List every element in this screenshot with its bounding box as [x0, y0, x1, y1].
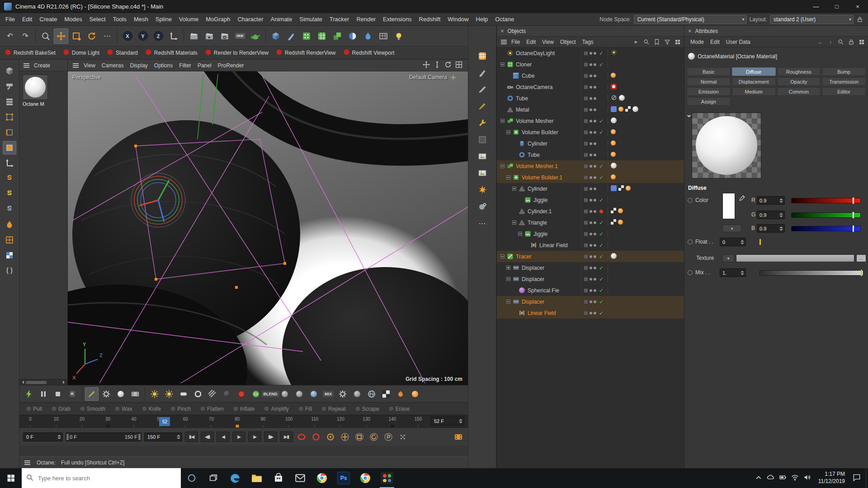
menu-tracker[interactable]: Tracker	[326, 13, 353, 26]
enable-toggle-icon[interactable]	[598, 129, 605, 136]
live-selection-icon[interactable]	[38, 28, 53, 44]
tree-row[interactable]: Triangle	[497, 217, 684, 228]
menu-tools[interactable]: Tools	[109, 13, 130, 26]
enable-toggle-icon[interactable]	[598, 242, 605, 249]
editor-visibility-dot[interactable]	[590, 142, 592, 145]
store-app-icon[interactable]	[268, 468, 289, 488]
record-rotation-icon[interactable]	[368, 431, 380, 443]
shelf-redshift-materials[interactable]: Redshift Materials	[145, 49, 198, 57]
tree-row[interactable]: OctaneCamera	[497, 81, 684, 93]
volume-builder-icon[interactable]	[330, 28, 344, 44]
tab-bump[interactable]: Bump	[822, 67, 866, 76]
layout-select[interactable]: standard 2 (User)▾	[770, 15, 854, 24]
knife-icon[interactable]	[475, 83, 490, 96]
irr-badge[interactable]: IRR	[233, 28, 247, 44]
tab-medium[interactable]: Medium	[732, 87, 776, 96]
g-slider[interactable]	[791, 212, 861, 218]
sculpt-grab[interactable]: Grab	[52, 406, 71, 412]
editor-visibility-dot[interactable]	[590, 233, 592, 235]
layer-box[interactable]	[584, 85, 588, 89]
goto-end-button[interactable]: ▶▮	[280, 432, 293, 442]
tree-row[interactable]: Cylinder.1	[497, 206, 684, 217]
model-mode-icon[interactable]	[3, 80, 16, 93]
render-visibility-dot[interactable]	[594, 233, 596, 235]
globe-icon[interactable]	[365, 387, 378, 401]
layer-box[interactable]	[584, 232, 588, 236]
menu-octane[interactable]: Octane	[491, 13, 518, 26]
rotate-tool-icon[interactable]	[85, 28, 99, 44]
tree-row[interactable]: Cylinder	[497, 183, 684, 194]
layer-box[interactable]	[584, 51, 588, 56]
tree-row[interactable]: Displacer	[497, 273, 684, 285]
record-pla-icon[interactable]	[397, 431, 409, 443]
checker-flag-icon[interactable]	[379, 387, 393, 401]
minimize-button[interactable]: —	[806, 0, 826, 13]
render-visibility-dot[interactable]	[594, 63, 596, 66]
editor-visibility-dot[interactable]	[590, 86, 592, 89]
battery-icon[interactable]	[779, 474, 787, 483]
tree-row[interactable]: Cloner	[497, 59, 684, 70]
expander-icon[interactable]	[512, 187, 516, 191]
forbid-tag-icon[interactable]	[611, 94, 617, 102]
editor-visibility-dot[interactable]	[590, 108, 592, 111]
bracket-tool-icon[interactable]	[3, 264, 16, 277]
next-frame-button[interactable]: ▶	[248, 432, 261, 442]
enable-toggle-icon[interactable]	[598, 231, 605, 237]
paint-brush-icon[interactable]	[85, 387, 99, 401]
flame-icon[interactable]	[394, 387, 407, 401]
enable-axis-icon[interactable]	[3, 156, 16, 170]
panel-menu-icon[interactable]	[22, 62, 30, 69]
render-visibility-dot[interactable]	[594, 188, 596, 190]
record-keyframe-icon[interactable]	[296, 431, 307, 443]
onedrive-icon[interactable]	[767, 474, 774, 483]
editor-visibility-dot[interactable]	[590, 154, 592, 156]
render-visibility-dot[interactable]	[594, 165, 596, 168]
range-start-field[interactable]: 0 F	[23, 432, 63, 441]
enable-toggle-icon[interactable]	[598, 118, 605, 124]
sculpt-amplify[interactable]: Amplify	[264, 406, 288, 412]
taskbar-clock[interactable]: 1:17 PM 11/12/2019	[816, 471, 848, 485]
points-mode-icon[interactable]	[3, 110, 16, 124]
enable-toggle-icon[interactable]	[598, 265, 605, 271]
render-visibility-dot[interactable]	[594, 300, 596, 303]
orange-tag-icon[interactable]	[611, 141, 616, 147]
checker-tag-icon[interactable]	[611, 208, 616, 215]
menu-mograph[interactable]: MoGraph	[202, 13, 234, 26]
scrollbar-thumb[interactable]	[26, 381, 47, 384]
r-value-field[interactable]: 0.9	[757, 196, 785, 205]
render-visibility-dot[interactable]	[594, 221, 596, 224]
texture-dropdown[interactable]: ▾	[722, 254, 734, 262]
view-label[interactable]: Perspective	[72, 74, 101, 80]
orange-tag-icon[interactable]	[611, 73, 616, 79]
spinner-icon[interactable]	[177, 435, 180, 439]
b-value-field[interactable]: 0.9	[757, 224, 785, 233]
render-visibility-dot[interactable]	[594, 210, 596, 213]
tab-roughness[interactable]: Roughness	[777, 67, 821, 76]
menu-character[interactable]: Character	[234, 13, 267, 26]
enable-toggle-icon[interactable]	[598, 197, 605, 203]
camera-orbit-icon[interactable]	[444, 61, 452, 70]
mograph-cloner-icon[interactable]	[299, 28, 314, 44]
material-scrollbar[interactable]	[19, 379, 67, 385]
floor-icon[interactable]	[376, 28, 391, 44]
enable-toggle-icon[interactable]	[598, 310, 605, 316]
menu-simulate[interactable]: Simulate	[296, 13, 326, 26]
record-badge[interactable]: R	[66, 387, 79, 401]
file-explorer-app-icon[interactable]	[246, 468, 268, 488]
enable-toggle-icon[interactable]	[598, 208, 605, 215]
tree-row[interactable]: Jiggle	[497, 228, 684, 239]
menu-extensions[interactable]: Extensions	[379, 13, 415, 26]
gear2-icon[interactable]	[336, 387, 349, 401]
settings-gear-icon[interactable]	[99, 387, 113, 401]
octane-cam-tag-icon[interactable]	[611, 84, 617, 91]
cortana-button[interactable]	[181, 468, 203, 488]
viewport-canvas[interactable]: Y X Z Perspective Default Camera	[68, 71, 468, 385]
record-position-icon[interactable]	[339, 431, 351, 443]
play-button[interactable]: ▶	[232, 432, 245, 442]
timeline-play-icon[interactable]	[22, 387, 36, 401]
menu-modes[interactable]: Modes	[61, 13, 85, 26]
wrench-icon[interactable]	[475, 116, 490, 130]
viewport-menu-filter[interactable]: Filter	[176, 62, 194, 69]
menu-redshift[interactable]: Redshift	[415, 13, 444, 26]
node-space-select[interactable]: Current (Standard/Physical)▾	[634, 15, 747, 24]
